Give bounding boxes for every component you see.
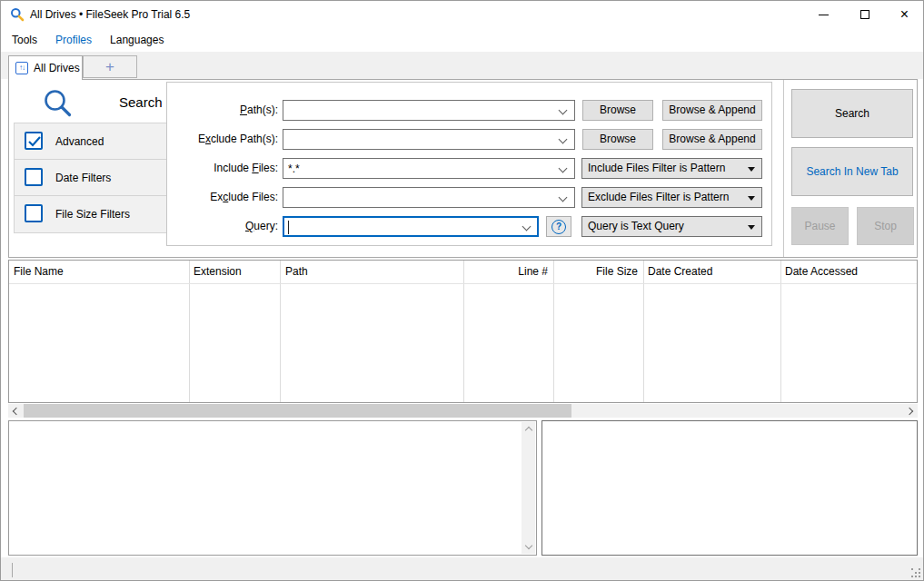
query-label: Query:	[167, 216, 278, 237]
resize-grip-icon[interactable]	[911, 568, 913, 570]
browse-append-exclude-path-button[interactable]: Browse & Append	[662, 129, 762, 150]
query-row: Query: ? Query is Text Query	[167, 216, 771, 237]
include-files-row: Include Files: Include Files Filter is P…	[167, 158, 771, 179]
toggle-advanced[interactable]: Advanced	[15, 123, 166, 160]
chevron-left-icon	[13, 407, 20, 414]
column-divider[interactable]	[280, 261, 281, 402]
browse-append-path-button[interactable]: Browse & Append	[662, 100, 762, 121]
exclude-files-filter-mode-value: Exclude Files Filter is Pattern	[588, 191, 729, 203]
exclude-path-input[interactable]	[283, 130, 574, 149]
query-mode-value: Query is Text Query	[588, 220, 684, 232]
toggle-date-filters[interactable]: Date Filters	[15, 160, 166, 196]
maximize-icon	[860, 10, 869, 19]
horizontal-scrollbar-thumb[interactable]	[24, 404, 571, 418]
exclude-files-row: Exclude Files: Exclude Files Filter is P…	[167, 187, 771, 208]
search-panel: Search Advanced Date Filters File Size F…	[8, 79, 918, 258]
column-header-line-number[interactable]: Line #	[463, 261, 548, 283]
path-input[interactable]	[283, 101, 574, 120]
exclude-files-input[interactable]	[283, 188, 574, 207]
search-section-title: Search	[119, 94, 163, 110]
tab-all-drives[interactable]: ↑↓ All Drives	[8, 55, 83, 80]
menu-profiles[interactable]: Profiles	[54, 32, 94, 48]
minimize-icon	[819, 15, 829, 15]
column-divider[interactable]	[780, 261, 781, 402]
dropdown-arrow-icon	[748, 225, 755, 230]
query-help-button[interactable]: ?	[546, 216, 571, 237]
browse-exclude-path-button[interactable]: Browse	[582, 129, 653, 150]
minimize-button[interactable]	[803, 1, 844, 28]
scroll-down-button[interactable]	[522, 540, 535, 554]
menu-bar: Tools Profiles Languages	[1, 28, 924, 52]
menu-tools[interactable]: Tools	[10, 32, 39, 48]
exclude-path-row: Exclude Path(s): Browse Browse & Append	[167, 129, 771, 150]
exclude-path-combobox[interactable]	[283, 129, 575, 150]
advanced-checkbox[interactable]	[25, 132, 43, 150]
column-header-file-name[interactable]: File Name	[14, 261, 186, 283]
stop-button[interactable]: Stop	[857, 207, 914, 245]
window-title: All Drives • FileSeek Pro Trial 6.5	[30, 1, 190, 28]
column-divider[interactable]	[189, 261, 190, 402]
maximize-button[interactable]	[844, 1, 885, 28]
path-row: Path(s): Browse Browse & Append	[167, 100, 771, 121]
horizontal-scrollbar[interactable]	[8, 404, 918, 418]
fileseek-window: All Drives • FileSeek Pro Trial 6.5 × To…	[0, 0, 924, 581]
include-files-filter-mode-dropdown[interactable]: Include Files Filter is Pattern	[581, 158, 762, 179]
column-header-date-created[interactable]: Date Created	[648, 261, 775, 283]
tab-strip: ↑↓ All Drives +	[1, 52, 924, 79]
detail-panel	[541, 420, 918, 556]
vertical-scrollbar[interactable]	[522, 422, 535, 554]
include-files-input[interactable]	[283, 159, 574, 178]
toggle-file-size-filters[interactable]: File Size Filters	[15, 196, 166, 232]
chevron-right-icon	[906, 407, 913, 414]
status-divider	[12, 563, 13, 577]
dropdown-arrow-icon	[748, 196, 755, 201]
search-in-new-tab-button[interactable]: Search In New Tab	[791, 147, 913, 196]
title-bar: All Drives • FileSeek Pro Trial 6.5 ×	[1, 1, 924, 28]
dropdown-arrow-icon	[748, 167, 755, 172]
query-input[interactable]	[283, 217, 538, 236]
query-combobox[interactable]	[283, 216, 539, 237]
filter-toggle-list: Advanced Date Filters File Size Filters	[14, 123, 167, 233]
search-icon	[43, 88, 74, 119]
close-button[interactable]: ×	[884, 1, 924, 28]
close-icon: ×	[900, 1, 909, 28]
scroll-left-button[interactable]	[8, 404, 23, 418]
scroll-right-button[interactable]	[903, 404, 918, 418]
column-header-date-accessed[interactable]: Date Accessed	[785, 261, 912, 283]
new-tab-button[interactable]: +	[83, 55, 137, 78]
exclude-path-label: Exclude Path(s):	[167, 129, 278, 150]
help-icon: ?	[551, 220, 566, 234]
include-files-combobox[interactable]	[283, 158, 575, 179]
date-filters-checkbox[interactable]	[25, 168, 43, 186]
tab-label: All Drives	[34, 62, 80, 74]
drives-icon: ↑↓	[15, 62, 28, 74]
include-files-filter-mode-value: Include Files Filter is Pattern	[588, 162, 725, 174]
exclude-files-label: Exclude Files:	[167, 187, 278, 208]
file-size-filters-label: File Size Filters	[55, 196, 130, 232]
column-divider[interactable]	[643, 261, 644, 402]
chevron-up-icon	[524, 427, 532, 434]
scroll-up-button[interactable]	[522, 422, 535, 436]
preview-panel	[8, 420, 537, 556]
column-header-path[interactable]: Path	[285, 261, 458, 283]
pause-button[interactable]: Pause	[791, 207, 849, 245]
exclude-files-filter-mode-dropdown[interactable]: Exclude Files Filter is Pattern	[581, 187, 762, 208]
advanced-label: Advanced	[55, 123, 104, 160]
search-button[interactable]: Search	[791, 89, 913, 138]
actions-divider	[783, 80, 784, 257]
status-bar	[1, 557, 924, 581]
plus-icon: +	[105, 58, 114, 76]
date-filters-label: Date Filters	[55, 160, 111, 196]
file-size-filters-checkbox[interactable]	[25, 204, 43, 222]
exclude-files-combobox[interactable]	[283, 187, 575, 208]
query-mode-dropdown[interactable]: Query is Text Query	[581, 216, 762, 237]
results-table: File Name Extension Path Line # File Siz…	[8, 260, 918, 403]
browse-path-button[interactable]: Browse	[582, 100, 653, 121]
column-header-extension[interactable]: Extension	[194, 261, 277, 283]
path-label: Path(s):	[167, 100, 278, 121]
menu-languages[interactable]: Languages	[108, 32, 165, 48]
chevron-down-icon	[524, 542, 532, 549]
path-combobox[interactable]	[283, 100, 575, 121]
header-divider	[9, 283, 917, 284]
column-header-file-size[interactable]: File Size	[553, 261, 638, 283]
